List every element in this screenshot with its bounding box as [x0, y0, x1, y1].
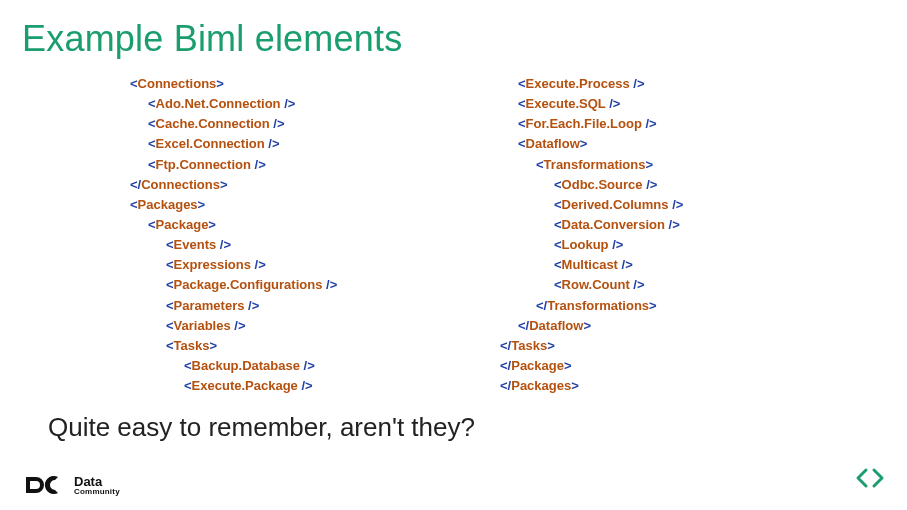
code-line: </Connections>	[130, 175, 500, 195]
code-line: <Execute.SQL />	[500, 94, 840, 114]
footer-brand-main: Data	[74, 475, 120, 488]
code-line: <Transformations>	[500, 155, 840, 175]
page-title: Example Biml elements	[0, 0, 907, 60]
code-line: <Cache.Connection />	[130, 114, 500, 134]
code-line: <Backup.Database />	[130, 356, 500, 376]
code-line: <Packages>	[130, 195, 500, 215]
code-line: <Variables />	[130, 316, 500, 336]
code-line: <Execute.Process />	[500, 74, 840, 94]
code-line: <Ftp.Connection />	[130, 155, 500, 175]
code-line: <Excel.Connection />	[130, 134, 500, 154]
code-line: </Tasks>	[500, 336, 840, 356]
footer-brand-sub: Community	[74, 488, 120, 496]
code-line: <Data.Conversion />	[500, 215, 840, 235]
code-line: <Lookup />	[500, 235, 840, 255]
code-line: <Events />	[130, 235, 500, 255]
code-line: </Dataflow>	[500, 316, 840, 336]
code-line: <Execute.Package />	[130, 376, 500, 396]
code-line: <Row.Count />	[500, 275, 840, 295]
code-line: </Package>	[500, 356, 840, 376]
code-line: <For.Each.File.Loop />	[500, 114, 840, 134]
angle-brackets-icon	[855, 466, 885, 494]
code-column-left: <Connections><Ado.Net.Connection /><Cach…	[130, 74, 500, 396]
code-line: <Ado.Net.Connection />	[130, 94, 500, 114]
code-line: <Tasks>	[130, 336, 500, 356]
code-columns: <Connections><Ado.Net.Connection /><Cach…	[0, 60, 907, 396]
code-line: <Expressions />	[130, 255, 500, 275]
subtitle: Quite easy to remember, aren't they?	[0, 396, 907, 443]
code-line: <Package.Configurations />	[130, 275, 500, 295]
code-line: <Dataflow>	[500, 134, 840, 154]
code-column-right: <Execute.Process /><Execute.SQL /><For.E…	[500, 74, 840, 396]
footer-brand: Data Community	[24, 474, 120, 496]
code-line: <Parameters />	[130, 296, 500, 316]
dc-logo-icon	[24, 474, 64, 496]
code-line: <Multicast />	[500, 255, 840, 275]
code-line: <Package>	[130, 215, 500, 235]
code-line: </Transformations>	[500, 296, 840, 316]
code-line: <Connections>	[130, 74, 500, 94]
code-line: <Derived.Columns />	[500, 195, 840, 215]
code-line: </Packages>	[500, 376, 840, 396]
code-line: <Odbc.Source />	[500, 175, 840, 195]
